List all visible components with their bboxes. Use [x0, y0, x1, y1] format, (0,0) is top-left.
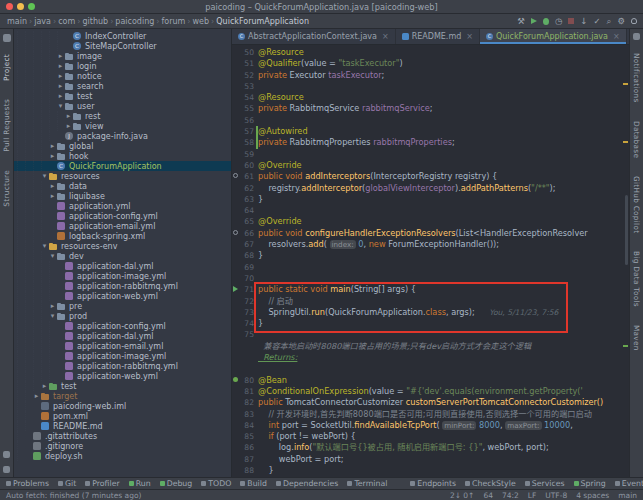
code-line[interactable]: 82public TomcatConnectorCustomizer custo… — [232, 397, 629, 408]
code-line[interactable]: 53 — [232, 81, 629, 92]
tree-row[interactable]: ▸notice — [14, 71, 231, 81]
tree-row[interactable]: application.yml — [14, 201, 231, 211]
sidebar-tool-notifications[interactable]: Notifications — [632, 53, 641, 103]
code-line[interactable] — [232, 363, 629, 374]
code-line[interactable]: 74} — [232, 318, 629, 329]
tree-row[interactable]: ▸rest — [14, 111, 231, 121]
code-line[interactable]: 68} — [232, 250, 629, 261]
code-line[interactable]: 84 int port = SocketUtil.findAvailableTc… — [232, 420, 629, 431]
tree-row[interactable]: application-image.yml — [14, 351, 231, 361]
close-tab-icon[interactable]: × — [464, 32, 473, 41]
debug-bug-icon[interactable] — [543, 18, 549, 25]
code-line[interactable]: 60@Override — [232, 160, 629, 171]
notifications-bell-icon[interactable] — [631, 18, 637, 24]
tree-row[interactable]: logback-spring.xml — [14, 231, 231, 241]
code-line[interactable]: 81@ConditionalOnExpression(value = "#{'d… — [232, 386, 629, 397]
indent-size[interactable]: 4 spaces — [576, 491, 609, 500]
tool-debug[interactable]: Debug — [160, 479, 193, 488]
tool-todo[interactable]: TODO — [201, 479, 231, 488]
code-line[interactable]: 63} — [232, 194, 629, 205]
tree-row[interactable]: ▸target — [14, 391, 231, 401]
code-line[interactable]: 71public static void main(String[] args)… — [232, 284, 629, 295]
code-line[interactable]: 55private RabbitmqService rabbitmqServic… — [232, 103, 629, 114]
tree-row[interactable]: ▾prod — [14, 311, 231, 321]
tree-row[interactable]: ▾user — [14, 101, 231, 111]
tree-row[interactable]: ▸login — [14, 61, 231, 71]
sidebar-tool-big-data-tools[interactable]: Big Data Tools — [632, 251, 641, 307]
tree-row[interactable]: deploy.sh — [14, 451, 231, 461]
project-tool-icon[interactable] — [3, 34, 11, 42]
breadcrumb-item[interactable]: java — [33, 17, 52, 26]
tree-row[interactable]: ▾dev — [14, 251, 231, 261]
bean-gutter-icon[interactable] — [233, 377, 238, 382]
line-ending[interactable]: LF — [528, 491, 537, 500]
editor-tab[interactable]: CQuickForumApplication.java× — [480, 29, 627, 44]
chevron-right-icon[interactable]: ▸ — [49, 142, 56, 150]
git-commit-check-icon[interactable]: ✓ — [593, 17, 600, 26]
settings-gear-icon[interactable]: ⚙ — [617, 17, 625, 26]
sidebar-tool-pull-requests[interactable]: Pull Requests — [2, 99, 11, 152]
tool-event-log[interactable]: Event Log — [615, 479, 643, 488]
caret-position[interactable]: 74:2 — [502, 491, 519, 500]
close-tab-icon[interactable]: × — [611, 32, 620, 41]
tool-endpoints[interactable]: Endpoints — [410, 479, 456, 488]
encoding[interactable]: UTF-8 — [545, 491, 567, 500]
tree-row[interactable]: CQuickForumApplication — [14, 161, 231, 171]
tree-row[interactable]: application-image.yml — [14, 271, 231, 281]
chevron-right-icon[interactable]: ▸ — [49, 302, 56, 310]
tree-row[interactable]: Jpackage-info.java — [14, 131, 231, 141]
code-line[interactable]: 72 // 启动 — [232, 296, 629, 307]
chevron-right-icon[interactable]: ▸ — [41, 382, 48, 390]
chevron-down-icon[interactable]: ▾ — [41, 172, 48, 180]
tree-row[interactable]: application-dal.yml — [14, 261, 231, 271]
tool-terminal[interactable]: Terminal — [347, 479, 387, 488]
sidebar-tool-github-copilot[interactable]: GitHub Copilot — [632, 176, 641, 233]
editor-scrollbar[interactable] — [625, 195, 628, 265]
code-line[interactable]: 52private Executor taskExecutor; — [232, 70, 629, 81]
tree-row[interactable]: ▸liquibase — [14, 191, 231, 201]
tree-row[interactable]: CIndexController — [14, 31, 231, 41]
code-line[interactable]: 70 — [232, 273, 629, 284]
notifications-tool-icon[interactable] — [633, 33, 640, 40]
tree-row[interactable]: application-web.yml — [14, 371, 231, 381]
code-line[interactable]: 61public void addInterceptors(Intercepto… — [232, 171, 629, 182]
tool-run[interactable]: Run — [129, 479, 151, 488]
tree-row[interactable]: ▸test — [14, 381, 231, 391]
breadcrumb-item[interactable]: com — [57, 17, 76, 26]
chevron-right-icon[interactable]: ▸ — [65, 122, 72, 130]
code-line[interactable]: 56 — [232, 115, 629, 126]
error-stripe-mark[interactable] — [623, 345, 628, 347]
close-window-icon[interactable] — [6, 3, 13, 10]
profiler-icon[interactable]: ◷ — [555, 17, 562, 26]
tree-row[interactable]: application-rabbitmq.yml — [14, 281, 231, 291]
code-line[interactable]: 75 — [232, 329, 629, 340]
tree-row[interactable]: application-config.yml — [14, 211, 231, 221]
tree-row[interactable]: paicoding-web.iml — [14, 401, 231, 411]
chevron-down-icon[interactable]: ▾ — [49, 252, 56, 260]
code-line[interactable]: 67 resolvers.add( index: 0, new ForumExc… — [232, 239, 629, 250]
code-line[interactable]: 80@Bean — [232, 375, 629, 386]
chevron-right-icon[interactable]: ▸ — [49, 192, 56, 200]
chevron-down-icon[interactable]: ▾ — [49, 312, 56, 320]
build-hammer-icon[interactable]: ⚒ — [517, 17, 525, 26]
tree-row[interactable]: ▸image — [14, 51, 231, 61]
tool-spring[interactable]: Spring — [574, 479, 606, 488]
code-line[interactable]: 59 — [232, 149, 629, 160]
chevron-right-icon[interactable]: ▸ — [57, 72, 64, 80]
code-line[interactable]: 86 log.info("默认端口号{}被占用, 随机启用新端口号: {}", … — [232, 442, 629, 453]
stop-icon[interactable] — [568, 18, 574, 24]
chevron-down-icon[interactable]: ▾ — [41, 242, 48, 250]
tree-row[interactable]: application-web.yml — [14, 291, 231, 301]
breadcrumb-item[interactable]: github — [81, 17, 109, 26]
tree-row[interactable]: ▸view — [14, 121, 231, 131]
git-branch[interactable]: main — [618, 491, 637, 500]
tree-row[interactable]: .gitignore — [14, 441, 231, 451]
tree-row[interactable]: ▸data — [14, 181, 231, 191]
tree-row[interactable]: application-dal.yml — [14, 331, 231, 341]
chevron-right-icon[interactable]: ▸ — [49, 182, 56, 190]
code-line[interactable]: 51@Qualifier(value = "taskExecutor") — [232, 58, 629, 69]
code-line[interactable]: 83 // 开发环境时,首先判断8080端口是否可用;可用则直接使用,否则选择一… — [232, 409, 629, 420]
override-gutter-icon[interactable] — [233, 173, 238, 178]
chevron-right-icon[interactable]: ▸ — [57, 62, 64, 70]
code-line[interactable]: Returns: — [232, 352, 629, 363]
